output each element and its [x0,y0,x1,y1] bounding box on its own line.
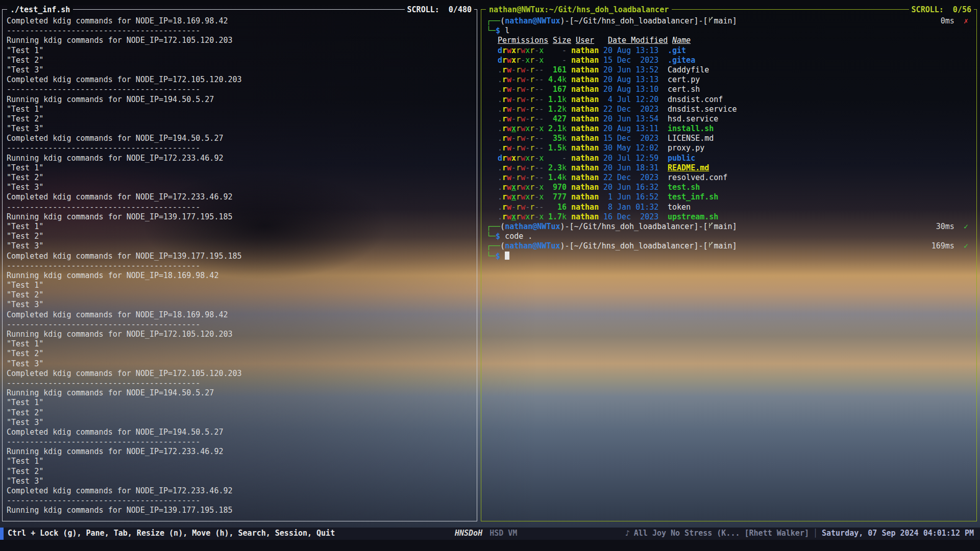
pane-shell-scroll-indicator: SCROLL: 0/56 [909,5,974,15]
terminal-line: Running kdig commands for NODE_IP=139.17… [7,212,477,222]
file-row: .rw-rw-r--16nathan 8 Jan 01:32token [498,203,976,212]
command-line: └─$ code . [486,232,976,241]
terminal-line: "Test 2" [7,114,477,124]
pane-test-inf-title: ./test_inf.sh [7,5,73,15]
file-row: .rw-rw-r--2.3knathan20 Jun 18:31README.m… [498,163,976,173]
pane-shell-title: nathan@NWTux:~/Git/hns_doh_loadbalancer [486,5,672,15]
file-name: dnsdist.service [668,105,737,114]
top-margin [0,0,980,5]
terminal-line: "Test 1" [7,46,477,56]
music-note-icon: ♪ [625,529,630,538]
terminal-line: Running kdig commands for NODE_IP=172.10… [7,36,477,45]
prompt-line: ┌──(nathan@NWTux)-[~/Git/hns_doh_loadbal… [486,241,976,251]
prompt-line: ┌──(nathan@NWTux)-[~/Git/hns_doh_loadbal… [486,16,976,26]
file-row: .rw-rw-r--1.4knathan22 Dec 2023resolved.… [498,173,976,183]
prompt-block-2: ┌──(nathan@NWTux)-[~/Git/hns_doh_loadbal… [486,222,976,241]
file-name: README.md [668,163,709,172]
file-name: cert.sh [668,85,700,94]
file-row: .rw-rw-r--35knathan15 Dec 2023LICENSE.md [498,134,976,143]
terminal-line: Completed kdig commands for NODE_IP=194.… [7,428,477,437]
file-row: .rw-rw-r--427nathan20 Jun 13:54hsd.servi… [498,114,976,124]
terminal-line: Completed kdig commands for NODE_IP=172.… [7,75,477,85]
git-branch-icon [708,241,714,248]
terminal-line: Completed kdig commands for NODE_IP=172.… [7,369,477,379]
file-listing: PermissionsSizeUserDate ModifiedNamedrwx… [498,36,976,222]
keybind-hints: Ctrl + Lock (g), Pane, Tab, Resize (n), … [8,529,335,538]
file-name: Caddyfile [668,65,709,74]
prompt-block-1: ┌──(nathan@NWTux)-[~/Git/hns_doh_loadbal… [486,16,976,36]
terminal-line: "Test 3" [7,418,477,428]
terminal-line: Completed kdig commands for NODE_IP=139.… [7,252,477,261]
listing-header: PermissionsSizeUserDate ModifiedName [498,36,976,45]
command-duration: 169ms ✓ [932,241,976,251]
file-name: .git [668,46,686,55]
terminal-line: Completed kdig commands for NODE_IP=172.… [7,486,477,496]
file-name: cert.py [668,75,700,84]
file-name: resolved.conf [668,173,727,182]
pane-test-inf-output: Completed kdig commands for NODE_IP=18.1… [3,10,477,521]
terminal-line: ----------------------------------------… [7,261,477,271]
terminal-line: ----------------------------------------… [7,320,477,330]
prompt-block-3: ┌──(nathan@NWTux)-[~/Git/hns_doh_loadbal… [486,241,976,261]
pane-test-inf[interactable]: ./test_inf.sh SCROLL: 0/480 Completed kd… [2,5,477,521]
status-right: ♪ All Joy No Stress (K... [Rhett Walker]… [625,528,974,540]
terminal-line: "Test 3" [7,300,477,310]
terminal-cursor [505,252,509,260]
status-separator: │ [813,529,818,538]
file-name: install.sh [668,124,714,133]
check-icon: ✓ [964,222,968,231]
file-row: drwxrwxr-x-nathan20 Jul 12:59public [498,154,976,163]
terminal-line: Running kdig commands for NODE_IP=18.169… [7,271,477,281]
terminal-line: "Test 1" [7,281,477,290]
terminal-line: "Test 1" [7,339,477,349]
terminal-line: Running kdig commands for NODE_IP=194.50… [7,95,477,105]
check-icon: ✓ [964,241,968,251]
terminal-line: ----------------------------------------… [7,26,477,36]
file-row: .rw-rw-r--161nathan20 Jun 13:52Caddyfile [498,65,976,75]
terminal-line: "Test 3" [7,241,477,251]
terminal-line: Running kdig commands for NODE_IP=172.23… [7,154,477,163]
terminal-line: "Test 1" [7,163,477,173]
file-row: .rw-rw-r--167nathan20 Aug 13:10cert.sh [498,85,976,94]
file-name: .gitea [668,56,695,65]
terminal-line: "Test 3" [7,124,477,134]
terminal-line: ----------------------------------------… [7,437,477,447]
bottom-margin [0,540,980,551]
terminal-line: Running kdig commands for NODE_IP=172.23… [7,447,477,457]
pane-shell-terminal: ┌──(nathan@NWTux)-[~/Git/hns_doh_loadbal… [481,10,976,521]
command-duration: 30ms ✓ [936,222,976,232]
file-name: upstream.sh [668,212,718,221]
status-bar: Ctrl + Lock (g), Pane, Tab, Resize (n), … [0,528,980,540]
session-tabs: HNSDoH HSD VM [455,528,517,540]
file-row: .rw-rw-r--1.2knathan22 Dec 2023dnsdist.s… [498,105,976,114]
terminal-line: "Test 2" [7,467,477,477]
terminal-line: Running kdig commands for NODE_IP=194.50… [7,388,477,398]
zellij-screen: ./test_inf.sh SCROLL: 0/480 Completed kd… [0,0,980,551]
file-name: dnsdist.conf [668,95,723,104]
terminal-line: "Test 3" [7,477,477,486]
pane-test-inf-scroll-indicator: SCROLL: 0/480 [405,5,474,15]
clock-datetime: Saturday, 07 Sep 2024 04:01:12 PM [822,529,974,538]
file-row: .rwxrwxr-x970nathan20 Jun 16:32test.sh [498,183,976,192]
now-playing: All Joy No Stress (K... [Rhett Walker] [634,529,809,538]
terminal-line: Completed kdig commands for NODE_IP=18.1… [7,310,477,320]
terminal-line: Running kdig commands for NODE_IP=139.17… [7,506,477,515]
file-row: drwxr-xr-x-nathan15 Dec 2023.gitea [498,56,976,65]
terminal-line: ----------------------------------------… [7,143,477,153]
file-name: LICENSE.md [668,134,714,143]
pane-shell[interactable]: nathan@NWTux:~/Git/hns_doh_loadbalancer … [481,5,977,521]
command-line: └─$ l [486,26,976,36]
git-branch-icon [708,222,714,229]
terminal-line: "Test 2" [7,349,477,359]
command-duration: 0ms ✗ [941,16,976,26]
tab-hsd-vm[interactable]: HSD VM [489,529,517,538]
git-branch-icon [708,16,714,23]
file-row: .rw-rw-r--1.5knathan30 May 12:02proxy.py [498,143,976,153]
terminal-line: "Test 1" [7,222,477,232]
terminal-line: "Test 3" [7,65,477,75]
terminal-line: "Test 1" [7,457,477,466]
terminal-line: Running kdig commands for NODE_IP=172.10… [7,330,477,339]
tab-hnsdoh[interactable]: HNSDoH [455,529,482,538]
terminal-line: "Test 2" [7,408,477,418]
file-name: public [668,154,695,163]
